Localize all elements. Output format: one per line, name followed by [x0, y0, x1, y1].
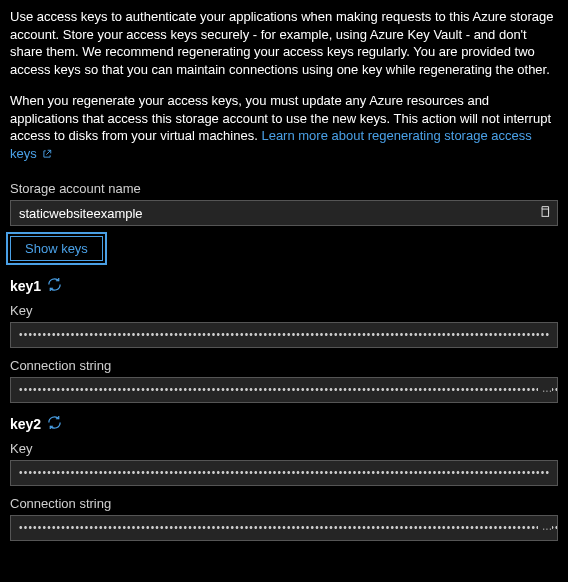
- svg-rect-0: [542, 209, 549, 216]
- storage-account-label: Storage account name: [10, 181, 558, 196]
- key1-conn-value[interactable]: ••••••••••••••••••••••••••••••••••••••••…: [10, 377, 558, 403]
- key2-conn-label: Connection string: [10, 496, 558, 511]
- key2-conn-value[interactable]: ••••••••••••••••••••••••••••••••••••••••…: [10, 515, 558, 541]
- copy-storage-name-button[interactable]: [534, 203, 554, 223]
- rotate-icon: [47, 277, 62, 295]
- key2-key-label: Key: [10, 441, 558, 456]
- storage-account-input[interactable]: [10, 200, 558, 226]
- ellipsis-icon: ...: [538, 519, 552, 533]
- show-keys-button[interactable]: Show keys: [10, 236, 103, 261]
- key1-section: key1 Key •••••••••••••••••••••••••••••••…: [10, 277, 558, 403]
- external-link-icon: [42, 146, 52, 164]
- warning-paragraph: When you regenerate your access keys, yo…: [10, 92, 558, 163]
- ellipsis-icon: ...: [538, 381, 552, 395]
- key2-section: key2 Key •••••••••••••••••••••••••••••••…: [10, 415, 558, 541]
- key1-title: key1: [10, 278, 41, 294]
- rotate-icon: [47, 415, 62, 433]
- key2-title: key2: [10, 416, 41, 432]
- key1-key-label: Key: [10, 303, 558, 318]
- copy-icon: [538, 205, 551, 221]
- key2-rotate-button[interactable]: [47, 415, 62, 433]
- key1-key-value[interactable]: ••••••••••••••••••••••••••••••••••••••••…: [10, 322, 558, 348]
- intro-paragraph: Use access keys to authenticate your app…: [10, 8, 558, 78]
- key1-conn-label: Connection string: [10, 358, 558, 373]
- key1-rotate-button[interactable]: [47, 277, 62, 295]
- key2-key-value[interactable]: ••••••••••••••••••••••••••••••••••••••••…: [10, 460, 558, 486]
